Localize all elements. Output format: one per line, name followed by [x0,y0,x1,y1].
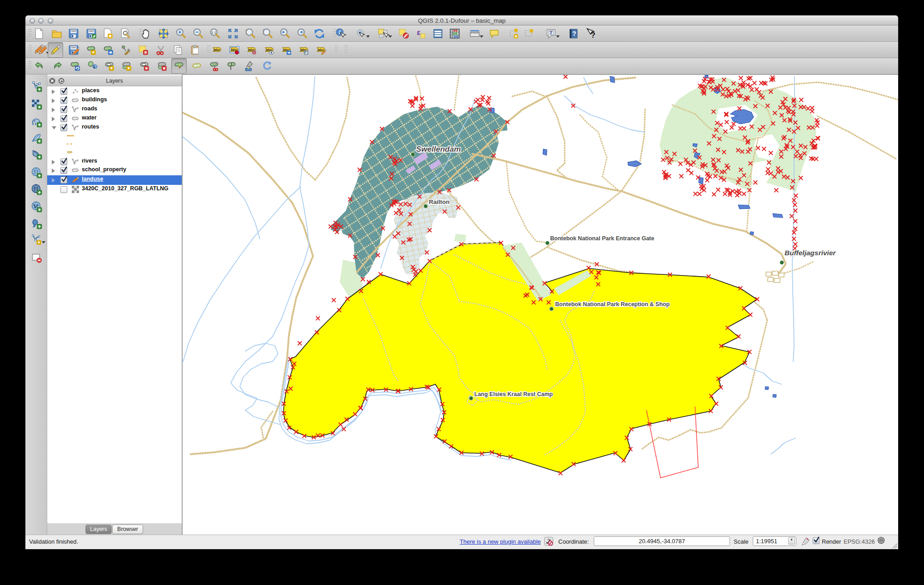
svg-text:Bontebok National Park Entranc: Bontebok National Park Entrance Gate [550,235,654,242]
svg-text:Swellendam: Swellendam [416,145,461,154]
svg-text:Railton: Railton [429,198,450,205]
svg-text:Bontebok National Park Recepti: Bontebok National Park Reception & Shop [555,301,670,307]
svg-text:Buffeljagsrivier: Buffeljagsrivier [785,249,836,257]
svg-text:Lang Elsies Kraal Rest Camp: Lang Elsies Kraal Rest Camp [474,391,553,397]
